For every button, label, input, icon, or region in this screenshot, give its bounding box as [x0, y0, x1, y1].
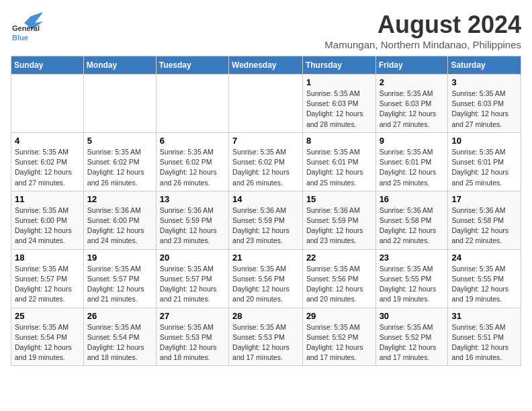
calendar-day-25: 25Sunrise: 5:35 AM Sunset: 5:54 PM Dayli… [11, 308, 84, 366]
calendar-header-tuesday: Tuesday [156, 56, 228, 75]
calendar-header-sunday: Sunday [11, 56, 84, 75]
day-number: 23 [380, 253, 445, 263]
calendar-week-row: 11Sunrise: 5:35 AM Sunset: 6:00 PM Dayli… [11, 191, 521, 249]
day-number: 28 [232, 311, 299, 321]
day-info: Sunrise: 5:35 AM Sunset: 6:02 PM Dayligh… [15, 147, 80, 188]
page-header: General Blue August 2024 Mamungan, North… [11, 11, 521, 50]
day-number: 27 [160, 311, 225, 321]
calendar-week-row: 18Sunrise: 5:35 AM Sunset: 5:57 PM Dayli… [11, 249, 521, 308]
calendar-day-19: 19Sunrise: 5:35 AM Sunset: 5:57 PM Dayli… [83, 249, 156, 308]
calendar-day-5: 5Sunrise: 5:35 AM Sunset: 6:02 PM Daylig… [83, 132, 156, 191]
calendar-week-row: 25Sunrise: 5:35 AM Sunset: 5:54 PM Dayli… [11, 308, 521, 366]
day-info: Sunrise: 5:36 AM Sunset: 5:58 PM Dayligh… [451, 205, 517, 246]
calendar-day-9: 9Sunrise: 5:35 AM Sunset: 6:01 PM Daylig… [375, 132, 448, 191]
day-number: 29 [306, 311, 372, 321]
calendar-empty [156, 75, 228, 133]
day-number: 24 [451, 253, 517, 263]
calendar-day-24: 24Sunrise: 5:35 AM Sunset: 5:55 PM Dayli… [448, 249, 521, 308]
day-info: Sunrise: 5:35 AM Sunset: 5:52 PM Dayligh… [306, 322, 372, 363]
calendar-day-13: 13Sunrise: 5:36 AM Sunset: 5:59 PM Dayli… [156, 191, 228, 249]
day-info: Sunrise: 5:35 AM Sunset: 5:54 PM Dayligh… [15, 322, 80, 363]
day-number: 5 [87, 136, 152, 146]
day-number: 15 [306, 194, 372, 204]
day-number: 26 [87, 311, 152, 321]
day-info: Sunrise: 5:35 AM Sunset: 5:57 PM Dayligh… [87, 264, 152, 305]
calendar-empty [11, 75, 84, 133]
calendar-header-row: SundayMondayTuesdayWednesdayThursdayFrid… [11, 56, 521, 75]
day-info: Sunrise: 5:35 AM Sunset: 5:52 PM Dayligh… [380, 322, 445, 363]
day-info: Sunrise: 5:35 AM Sunset: 6:01 PM Dayligh… [306, 147, 372, 188]
calendar-day-22: 22Sunrise: 5:35 AM Sunset: 5:56 PM Dayli… [302, 249, 375, 308]
calendar-empty [229, 75, 303, 133]
day-info: Sunrise: 5:35 AM Sunset: 6:01 PM Dayligh… [380, 147, 445, 188]
calendar-day-10: 10Sunrise: 5:35 AM Sunset: 6:01 PM Dayli… [448, 132, 521, 191]
day-number: 8 [306, 136, 372, 146]
day-info: Sunrise: 5:35 AM Sunset: 5:55 PM Dayligh… [380, 264, 445, 305]
calendar-week-row: 4Sunrise: 5:35 AM Sunset: 6:02 PM Daylig… [11, 132, 521, 191]
day-number: 7 [232, 136, 299, 146]
logo-icon: General Blue [11, 11, 43, 43]
day-info: Sunrise: 5:36 AM Sunset: 6:00 PM Dayligh… [87, 205, 152, 246]
calendar-day-7: 7Sunrise: 5:35 AM Sunset: 6:02 PM Daylig… [229, 132, 303, 191]
day-number: 30 [380, 311, 445, 321]
calendar-day-29: 29Sunrise: 5:35 AM Sunset: 5:52 PM Dayli… [302, 308, 375, 366]
day-info: Sunrise: 5:35 AM Sunset: 5:56 PM Dayligh… [232, 264, 299, 305]
day-number: 2 [380, 77, 445, 87]
day-number: 25 [15, 311, 80, 321]
calendar-day-1: 1Sunrise: 5:35 AM Sunset: 6:03 PM Daylig… [302, 75, 375, 133]
day-info: Sunrise: 5:35 AM Sunset: 5:53 PM Dayligh… [232, 322, 299, 363]
day-number: 4 [15, 136, 80, 146]
day-number: 16 [380, 194, 445, 204]
calendar-day-2: 2Sunrise: 5:35 AM Sunset: 6:03 PM Daylig… [375, 75, 448, 133]
day-number: 22 [306, 253, 372, 263]
calendar-day-8: 8Sunrise: 5:35 AM Sunset: 6:01 PM Daylig… [302, 132, 375, 191]
calendar-table: SundayMondayTuesdayWednesdayThursdayFrid… [11, 56, 521, 366]
day-info: Sunrise: 5:35 AM Sunset: 6:02 PM Dayligh… [87, 147, 152, 188]
day-info: Sunrise: 5:35 AM Sunset: 6:02 PM Dayligh… [232, 147, 299, 188]
calendar-day-4: 4Sunrise: 5:35 AM Sunset: 6:02 PM Daylig… [11, 132, 84, 191]
day-info: Sunrise: 5:35 AM Sunset: 5:55 PM Dayligh… [451, 264, 517, 305]
calendar-day-20: 20Sunrise: 5:35 AM Sunset: 5:57 PM Dayli… [156, 249, 228, 308]
calendar-empty [83, 75, 156, 133]
day-info: Sunrise: 5:35 AM Sunset: 5:51 PM Dayligh… [451, 322, 517, 363]
calendar-day-28: 28Sunrise: 5:35 AM Sunset: 5:53 PM Dayli… [229, 308, 303, 366]
calendar-day-6: 6Sunrise: 5:35 AM Sunset: 6:02 PM Daylig… [156, 132, 228, 191]
calendar-day-17: 17Sunrise: 5:36 AM Sunset: 5:58 PM Dayli… [448, 191, 521, 249]
svg-text:Blue: Blue [12, 34, 28, 42]
day-info: Sunrise: 5:35 AM Sunset: 5:56 PM Dayligh… [306, 264, 372, 305]
day-number: 17 [451, 194, 517, 204]
calendar-day-11: 11Sunrise: 5:35 AM Sunset: 6:00 PM Dayli… [11, 191, 84, 249]
day-info: Sunrise: 5:35 AM Sunset: 6:03 PM Dayligh… [380, 89, 445, 130]
calendar-header-monday: Monday [83, 56, 156, 75]
calendar-day-14: 14Sunrise: 5:36 AM Sunset: 5:59 PM Dayli… [229, 191, 303, 249]
location: Mamungan, Northern Mindanao, Philippines [324, 39, 521, 50]
logo: General Blue [11, 11, 43, 46]
calendar-day-27: 27Sunrise: 5:35 AM Sunset: 5:53 PM Dayli… [156, 308, 228, 366]
day-info: Sunrise: 5:35 AM Sunset: 5:54 PM Dayligh… [87, 322, 152, 363]
day-number: 12 [87, 194, 152, 204]
calendar-day-18: 18Sunrise: 5:35 AM Sunset: 5:57 PM Dayli… [11, 249, 84, 308]
day-info: Sunrise: 5:35 AM Sunset: 6:03 PM Dayligh… [451, 89, 517, 130]
day-info: Sunrise: 5:35 AM Sunset: 5:57 PM Dayligh… [15, 264, 80, 305]
day-number: 9 [380, 136, 445, 146]
day-info: Sunrise: 5:35 AM Sunset: 6:02 PM Dayligh… [160, 147, 225, 188]
calendar-day-15: 15Sunrise: 5:36 AM Sunset: 5:59 PM Dayli… [302, 191, 375, 249]
day-info: Sunrise: 5:35 AM Sunset: 5:53 PM Dayligh… [160, 322, 225, 363]
day-info: Sunrise: 5:36 AM Sunset: 5:59 PM Dayligh… [232, 205, 299, 246]
day-number: 14 [232, 194, 299, 204]
calendar-day-16: 16Sunrise: 5:36 AM Sunset: 5:58 PM Dayli… [375, 191, 448, 249]
calendar-day-26: 26Sunrise: 5:35 AM Sunset: 5:54 PM Dayli… [83, 308, 156, 366]
day-info: Sunrise: 5:35 AM Sunset: 6:01 PM Dayligh… [451, 147, 517, 188]
day-info: Sunrise: 5:36 AM Sunset: 5:59 PM Dayligh… [306, 205, 372, 246]
day-number: 1 [306, 77, 372, 87]
calendar-day-31: 31Sunrise: 5:35 AM Sunset: 5:51 PM Dayli… [448, 308, 521, 366]
calendar-header-saturday: Saturday [448, 56, 521, 75]
calendar-day-3: 3Sunrise: 5:35 AM Sunset: 6:03 PM Daylig… [448, 75, 521, 133]
calendar-day-23: 23Sunrise: 5:35 AM Sunset: 5:55 PM Dayli… [375, 249, 448, 308]
day-number: 18 [15, 253, 80, 263]
day-number: 19 [87, 253, 152, 263]
calendar-day-21: 21Sunrise: 5:35 AM Sunset: 5:56 PM Dayli… [229, 249, 303, 308]
month-year: August 2024 [324, 11, 521, 39]
day-number: 6 [160, 136, 225, 146]
calendar-header-thursday: Thursday [302, 56, 375, 75]
